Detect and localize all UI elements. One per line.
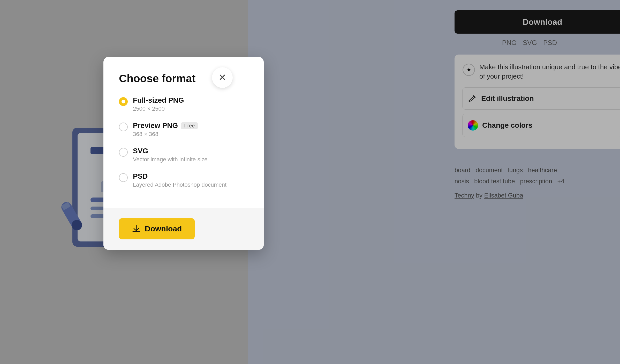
format-option-svg[interactable]: SVG Vector image with infinite size (119, 147, 248, 163)
radio-preview-png[interactable] (119, 123, 128, 131)
close-modal-button[interactable]: ✕ (212, 67, 233, 88)
modal-download-button[interactable]: Download (119, 218, 195, 239)
radio-full-png[interactable] (119, 97, 128, 106)
format-option-preview-png[interactable]: Preview PNG Free 368 × 368 (119, 122, 248, 138)
modal-footer: Download (103, 208, 264, 250)
format-option-psd[interactable]: PSD Layered Adobe Photoshop document (119, 172, 248, 188)
format-option-full-png[interactable]: Full-sized PNG 2500 × 2500 (119, 96, 248, 112)
format-modal: Choose format Full-sized PNG 2500 × 2500 (103, 57, 264, 250)
radio-svg[interactable] (119, 148, 128, 157)
radio-psd[interactable] (119, 173, 128, 182)
download-icon (132, 224, 141, 233)
modal-overlay: Choose format Full-sized PNG 2500 × 2500 (0, 0, 620, 364)
